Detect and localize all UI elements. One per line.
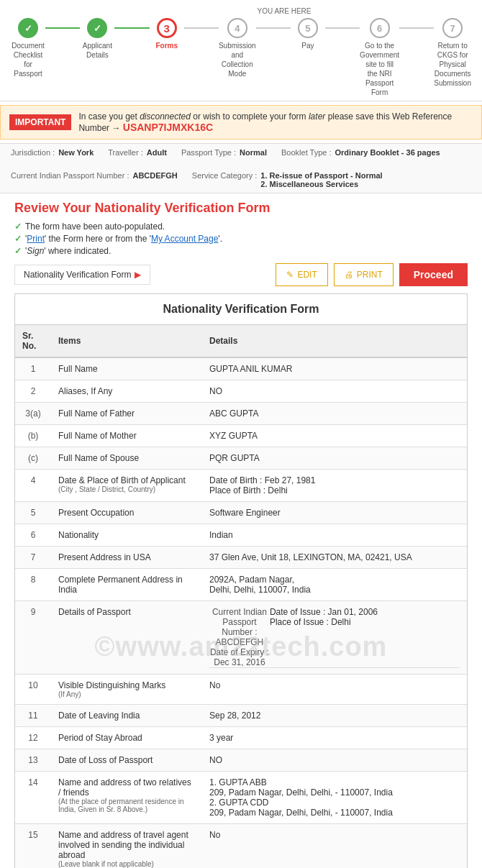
table-row: 7Present Address in USA37 Glen Ave, Unit… xyxy=(15,547,467,569)
ref-number: USANP7IJMXK16C xyxy=(123,122,213,133)
check-icon-2: ✓ xyxy=(14,234,22,244)
form-tab-label: Nationality Verification Form xyxy=(24,270,131,280)
important-text: In case you get disconnected or wish to … xyxy=(78,111,473,133)
connector-2-3 xyxy=(114,27,149,29)
row-sr: 4 xyxy=(15,470,51,502)
row-item: Date & Place of Birth of Applicant(City … xyxy=(51,470,202,502)
step-7-circle: 7 xyxy=(442,18,463,38)
print-button-top[interactable]: 🖨 PRINT xyxy=(334,263,394,286)
row-detail: No xyxy=(202,824,467,869)
booklet-info: Booklet Type : Ordinary Booklet - 36 pag… xyxy=(281,148,440,157)
row-detail: No xyxy=(202,675,467,705)
connector-3-4 xyxy=(184,27,219,29)
step-2-circle: ✓ xyxy=(87,18,107,38)
step-6-label: Go to the Government site to fill the NR… xyxy=(360,41,399,97)
traveller-info: Traveller : Adult xyxy=(108,148,167,157)
my-account-page-link[interactable]: My Account Page xyxy=(151,234,218,244)
table-row: 15Name and address of travel agent invol… xyxy=(15,824,467,869)
row-item: Details of Passport xyxy=(51,601,202,675)
step-5: 5 Pay xyxy=(291,18,325,50)
row-sr: 1 xyxy=(15,357,51,380)
step-4-circle: 4 xyxy=(227,18,247,38)
row-detail: NO xyxy=(202,749,467,772)
checklist: ✓ The form have been auto-populated. ✓ '… xyxy=(14,221,468,256)
row-item: Present Address in USA xyxy=(51,547,202,569)
proceed-button-top[interactable]: Proceed xyxy=(399,263,468,286)
step-2-label: Applicant Details xyxy=(80,41,114,60)
table-row: 5Present OccupationSoftware Engineer xyxy=(15,502,467,524)
table-row: 8Complete Permanent Address in India2092… xyxy=(15,569,467,601)
row-detail: 3 year xyxy=(202,727,467,749)
row-item: Period of Stay Abroad xyxy=(51,727,202,749)
info-row: Jurisdiction : New York Traveller : Adul… xyxy=(0,143,482,193)
step-4-label: Submission and Collection Mode xyxy=(219,41,256,78)
row-detail: 37 Glen Ave, Unit 18, LEXINGTON, MA, 024… xyxy=(202,547,467,569)
row-item: Date of Loss of Passport xyxy=(51,749,202,772)
table-row: 12Period of Stay Abroad3 year xyxy=(15,727,467,749)
step-1-label: Document Checklist for Passport xyxy=(11,41,45,78)
current-pp-label: Current Indian Passport Number : xyxy=(11,171,129,188)
row-sr: 3(a) xyxy=(15,403,51,425)
passport-type-info: Passport Type : Normal xyxy=(181,148,267,157)
row-detail: Date of Birth : Feb 27, 1981Place of Bir… xyxy=(202,470,467,502)
form-tab[interactable]: Nationality Verification Form ▶ xyxy=(14,265,150,285)
passport-label: Passport Type : xyxy=(181,148,236,157)
form-table: Sr. No. Items Details 1Full NameGUPTA AN… xyxy=(15,325,467,868)
current-pp-info: Current Indian Passport Number : ABCDEFG… xyxy=(11,171,178,188)
step-2: ✓ Applicant Details xyxy=(80,18,114,60)
table-row: 3(a)Full Name of FatherABC GUPTA xyxy=(15,403,467,425)
print-icon: 🖨 xyxy=(345,270,353,280)
checklist-item-3: ✓ 'Sign' where indicated. xyxy=(14,246,468,256)
row-detail: PQR GUPTA xyxy=(202,447,467,470)
my-account-link[interactable]: Print xyxy=(27,234,45,244)
row-item: Name and address of two relatives / frie… xyxy=(51,772,202,824)
edit-icon: ✎ xyxy=(286,270,294,280)
jurisdiction-value: New York xyxy=(58,148,94,157)
table-row: 13Date of Loss of PassportNO xyxy=(15,749,467,772)
row-detail: Indian xyxy=(202,524,467,547)
row-item: Full Name of Mother xyxy=(51,425,202,447)
row-item: Name and address of travel agent involve… xyxy=(51,824,202,869)
row-item: Aliases, If Any xyxy=(51,380,202,403)
table-header-row: Sr. No. Items Details xyxy=(15,325,467,357)
step-7-label: Return to CKGS for Physical Documents Su… xyxy=(434,41,471,88)
checklist-item-1: ✓ The form have been auto-populated. xyxy=(14,221,468,232)
row-sr: 7 xyxy=(15,547,51,569)
row-sr: 9 xyxy=(15,601,51,675)
step-4: 4 Submission and Collection Mode xyxy=(219,18,256,78)
row-item: Present Occupation xyxy=(51,502,202,524)
current-pp-value: ABCDEFGH xyxy=(132,171,177,188)
step-6: 6 Go to the Government site to fill the … xyxy=(360,18,399,97)
action-buttons-top: ✎ EDIT 🖨 PRINT Proceed xyxy=(276,263,468,286)
step-3-circle: 3 xyxy=(157,18,177,38)
form-title: Nationality Verification Form xyxy=(15,294,467,325)
row-sr: 8 xyxy=(15,569,51,601)
step-1: ✓ Document Checklist for Passport xyxy=(11,18,45,78)
step-5-label: Pay xyxy=(301,41,314,50)
row-sr: (c) xyxy=(15,447,51,470)
row-sr: 15 xyxy=(15,824,51,869)
table-row: (b)Full Name of MotherXYZ GUPTA xyxy=(15,425,467,447)
row-item: Visible Distinguishing Marks(If Any) xyxy=(51,675,202,705)
row-detail: ABC GUPTA xyxy=(202,403,467,425)
connector-6-7 xyxy=(399,27,434,29)
form-tab-arrow-icon: ▶ xyxy=(135,270,141,280)
row-detail: 1. GUPTA ABB209, Padam Nagar, Delhi, Del… xyxy=(202,772,467,824)
table-row: (c)Full Name of SpousePQR GUPTA xyxy=(15,447,467,470)
traveller-label: Traveller : xyxy=(108,148,143,157)
form-nav-top: Nationality Verification Form ▶ ✎ EDIT 🖨… xyxy=(14,263,468,286)
row-sr: 6 xyxy=(15,524,51,547)
table-row: 11Date of Leaving IndiaSep 28, 2012 xyxy=(15,705,467,727)
row-detail: GUPTA ANIL KUMAR xyxy=(202,357,467,380)
row-sr: 12 xyxy=(15,727,51,749)
table-row: 2Aliases, If AnyNO xyxy=(15,380,467,403)
step-1-circle: ✓ xyxy=(18,18,38,38)
edit-button-top[interactable]: ✎ EDIT xyxy=(276,263,327,286)
table-row: 9Details of PassportCurrent Indian Passp… xyxy=(15,601,467,675)
row-sr: 11 xyxy=(15,705,51,727)
row-item: Complete Permanent Address in India xyxy=(51,569,202,601)
booklet-value: Ordinary Booklet - 36 pages xyxy=(335,148,440,157)
connector-1-2 xyxy=(45,27,80,29)
jurisdiction-label: Jurisdiction : xyxy=(11,148,55,157)
service-info: Service Category : 1. Re-issue of Passpo… xyxy=(192,171,383,188)
